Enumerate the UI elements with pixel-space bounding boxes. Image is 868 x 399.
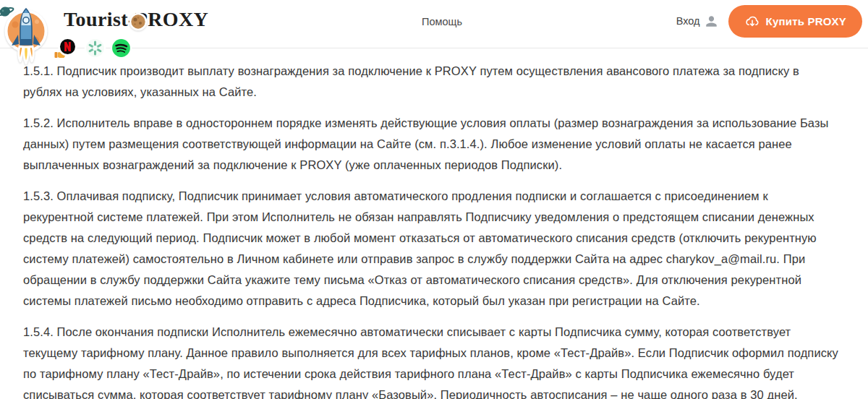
terms-paragraph-1-5-3: 1.5.3. Оплачивая подписку, Подписчик при… (23, 186, 839, 312)
cloud-download-icon (744, 14, 760, 29)
person-icon[interactable] (704, 14, 719, 29)
spotify-icon (110, 37, 132, 59)
login-link[interactable]: Вход (676, 15, 700, 27)
help-link[interactable]: Помощь (422, 16, 462, 27)
brand-logo[interactable] (0, 0, 152, 69)
header-right-group: Вход Купить PROXY (676, 4, 862, 38)
chatgpt-icon (84, 37, 106, 59)
rocket-sticker-icon (4, 3, 48, 65)
buy-proxy-label: Купить PROXY (766, 15, 846, 27)
buy-proxy-button[interactable]: Купить PROXY (728, 5, 862, 38)
netflix-icon (58, 37, 77, 56)
header: Tourist-PROXY Помощь Вход Купить PROXY (0, 0, 868, 48)
terms-paragraph-1-5-2: 1.5.2. Исполнитель вправе в односторонне… (23, 113, 839, 176)
moon-icon (129, 12, 148, 31)
terms-content: 1.5.1. Подписчик производит выплату возн… (0, 48, 868, 399)
terms-paragraph-1-5-4: 1.5.4. После окончания подписки Исполнит… (23, 322, 839, 399)
